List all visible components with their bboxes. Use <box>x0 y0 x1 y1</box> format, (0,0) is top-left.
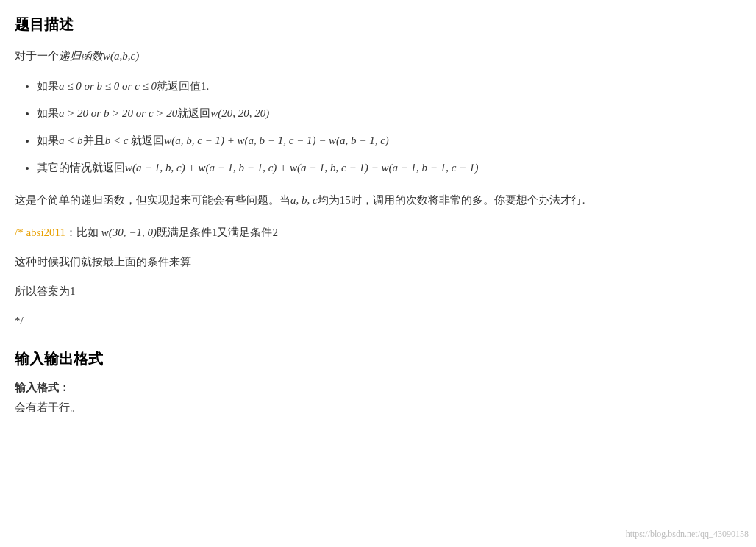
condition-2: 如果a > 20 or b > 20 or c > 20就返回w(20, 20,… <box>37 104 741 124</box>
comment-line2: 这种时候我们就按最上面的条件来算 <box>15 251 741 273</box>
conditions-list: 如果a ≤ 0 or b ≤ 0 or c ≤ 0就返回值1. 如果a > 20… <box>37 76 741 178</box>
section-description: 题目描述 对于一个递归函数w(a,b,c) 如果a ≤ 0 or b ≤ 0 o… <box>15 15 741 332</box>
input-label: 输入格式： <box>15 381 741 395</box>
page-container: 题目描述 对于一个递归函数w(a,b,c) 如果a ≤ 0 or b ≤ 0 o… <box>15 15 741 415</box>
description-text: 这是个简单的递归函数，但实现起来可能会有些问题。当a, b, c均为15时，调用… <box>15 190 741 211</box>
condition-1: 如果a ≤ 0 or b ≤ 0 or c ≤ 0就返回值1. <box>37 76 741 96</box>
comment-line3: 所以答案为1 <box>15 280 741 302</box>
intro-text: 对于一个递归函数w(a,b,c) <box>15 46 741 66</box>
watermark: https://blog.bsdn.net/qq_43090158 <box>626 529 749 540</box>
section2-title: 输入输出格式 <box>15 349 741 369</box>
section1-title: 题目描述 <box>15 15 741 35</box>
condition-4: 其它的情况就返回w(a − 1, b, c) + w(a − 1, b − 1,… <box>37 158 741 178</box>
input-desc: 会有若干行。 <box>15 401 741 415</box>
section-io: 输入输出格式 输入格式： 会有若干行。 <box>15 349 741 415</box>
comment-line1: /* absi2011：比如 w(30, −1, 0)既满足条件1又满足条件2 <box>15 221 741 243</box>
condition-3: 如果a < b并且b < c 就返回w(a, b, c − 1) + w(a, … <box>37 131 741 151</box>
comment-end: */ <box>15 310 741 332</box>
